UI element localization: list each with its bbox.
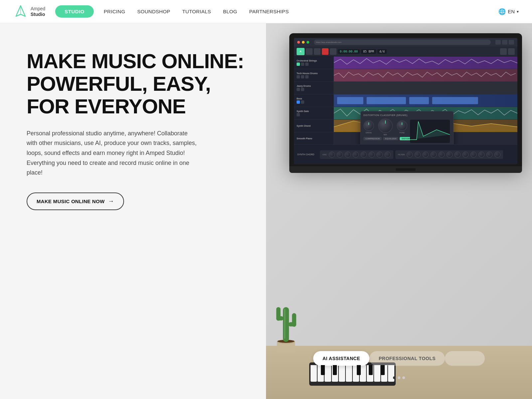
track-mute-5[interactable]: [297, 113, 300, 116]
toolbar-settings[interactable]: [500, 48, 507, 55]
svg-rect-12: [432, 97, 478, 104]
plugin-tab-2[interactable]: EQUALIZER: [383, 137, 398, 140]
laptop-notch: [396, 168, 416, 171]
nav-tutorials[interactable]: TUTORIALS: [182, 9, 211, 14]
daw-bpm-display: 85 BPM: [361, 49, 376, 54]
nav-pricing[interactable]: PRICING: [104, 9, 125, 14]
logo-amped-text: Amped: [31, 6, 45, 12]
logo-icon: [13, 4, 28, 19]
synth-knob-f6[interactable]: [447, 152, 453, 158]
track-mute-1[interactable]: [297, 63, 300, 66]
hero-title: MAKE MUSIC ONLINE: POWERFUL, EASY, FOR E…: [27, 50, 246, 118]
plugin-knob-1[interactable]: [363, 120, 374, 131]
synth-knob-f1[interactable]: [407, 152, 413, 158]
nav-soundshop[interactable]: SOUNDSHOP: [137, 9, 170, 14]
synth-knob-5[interactable]: [361, 152, 367, 158]
browser-ctrl-2[interactable]: [502, 40, 507, 45]
browser-bar: https://app.ampedstudio.com: [294, 38, 517, 47]
nav-blog[interactable]: BLOG: [223, 9, 237, 14]
dot-2[interactable]: [398, 376, 400, 379]
synth-knob-f4[interactable]: [431, 152, 437, 158]
synth-knob-8[interactable]: [385, 152, 391, 158]
track-label-1: Orchestral Strings: [294, 57, 333, 69]
plugin-tab-1[interactable]: COMPRESSOR: [363, 137, 382, 140]
track-mute-4[interactable]: [297, 100, 300, 104]
synth-knob-f5[interactable]: [439, 152, 445, 158]
toolbar-btn-stop[interactable]: [314, 48, 321, 55]
browser-min-dot[interactable]: [302, 41, 305, 44]
daw-timesig-display: 4/4: [377, 49, 387, 54]
track-solo-3[interactable]: [301, 88, 304, 91]
synth-name: SYNTH CHORD: [297, 153, 317, 156]
plugin-knob-2[interactable]: [397, 120, 407, 131]
synth-knob-3[interactable]: [345, 152, 351, 158]
browser-ctrl-1[interactable]: [495, 40, 501, 45]
track-solo-4[interactable]: [301, 100, 304, 104]
laptop-mockup: https://app.ampedstudio.com: [266, 33, 532, 399]
synth-knob-2[interactable]: [337, 152, 343, 158]
track-row-4[interactable]: [334, 94, 517, 107]
track-vol-1[interactable]: [305, 63, 309, 66]
hero-title-line3: FOR EVERYONE: [27, 95, 186, 118]
track-label-6: Synth Chord: [294, 120, 333, 132]
track-row-2[interactable]: [334, 69, 517, 82]
carousel-dots: [266, 376, 532, 379]
cta-button[interactable]: MAKE MUSIC ONLINE NOW →: [27, 193, 124, 210]
toolbar-btn-play[interactable]: [306, 48, 313, 55]
synth-knob-f9[interactable]: [470, 152, 476, 158]
track-vol-2[interactable]: [305, 75, 309, 78]
track-mute-3[interactable]: [297, 88, 300, 91]
dot-3[interactable]: [402, 376, 405, 379]
cta-arrow-icon: →: [108, 198, 114, 205]
synth-knob-f10[interactable]: [478, 152, 484, 158]
feature-pill-3[interactable]: [445, 351, 485, 366]
browser-close-dot[interactable]: [297, 41, 300, 44]
navbar: Amped Studio STUDIO PRICING SOUNDSHOP TU…: [0, 0, 532, 23]
language-selector[interactable]: 🌐 EN ▾: [498, 8, 519, 15]
nav-links: PRICING SOUNDSHOP TUTORIALS BLOG PARTNER…: [104, 9, 498, 14]
toolbar-btn-loop[interactable]: [330, 48, 336, 55]
browser-max-dot[interactable]: [307, 41, 309, 44]
plugin-controls: DRIVE MIX: [363, 118, 451, 136]
dot-1[interactable]: [393, 376, 396, 379]
browser-url-bar[interactable]: https://app.ampedstudio.com: [314, 40, 491, 45]
studio-button[interactable]: STUDIO: [55, 5, 94, 18]
track-solo-2[interactable]: [301, 75, 304, 78]
hero-title-line1: MAKE MUSIC ONLINE:: [27, 50, 244, 72]
synth-knob-f12[interactable]: [494, 152, 500, 158]
track-solo-1[interactable]: [301, 63, 304, 66]
laptop-body: https://app.ampedstudio.com: [289, 33, 522, 173]
browser-ctrl-3[interactable]: [509, 40, 514, 45]
synth-knob-6[interactable]: [369, 152, 375, 158]
track-row-3[interactable]: [334, 82, 517, 94]
toolbar-btn-record[interactable]: [322, 48, 329, 55]
synth-knob-f11[interactable]: [486, 152, 492, 158]
hero-section: MAKE MUSIC ONLINE: POWERFUL, EASY, FOR E…: [0, 23, 532, 399]
synth-knob-1[interactable]: [329, 152, 335, 158]
synth-knob-f7[interactable]: [455, 152, 461, 158]
chevron-down-icon: ▾: [517, 9, 519, 14]
track-row-1[interactable]: [334, 57, 517, 69]
synth-label-filter: FILTER: [398, 154, 405, 156]
logo[interactable]: Amped Studio: [13, 4, 45, 19]
synth-knob-7[interactable]: [377, 152, 383, 158]
nav-partnerships[interactable]: PARTNERSHIPS: [249, 9, 289, 14]
track-mute-2[interactable]: [297, 75, 300, 78]
plugin-knob-main[interactable]: [378, 118, 393, 133]
track-label-2: Tech House Drums: [294, 69, 333, 82]
synth-knob-f8[interactable]: [463, 152, 468, 158]
hero-right-panel: https://app.ampedstudio.com: [266, 23, 532, 399]
toolbar-share[interactable]: [508, 48, 515, 55]
feature-pill-tools[interactable]: PROFESSIONAL TOOLS: [369, 351, 445, 366]
synth-knob-4[interactable]: [353, 152, 359, 158]
synth-knob-f2[interactable]: [415, 152, 421, 158]
envelope-display: [410, 120, 450, 143]
laptop-screen: https://app.ampedstudio.com: [294, 38, 517, 164]
globe-icon: 🌐: [498, 8, 506, 15]
feature-pill-ai[interactable]: AI ASSISTANCE: [313, 351, 369, 366]
daw-toolbar: A 0:00:00.00 85 BPM 4/4: [294, 47, 517, 57]
track-label-3: Jazzy Drums: [294, 82, 333, 94]
synth-knob-f3[interactable]: [423, 152, 429, 158]
track-label-4: Bass: [294, 94, 333, 107]
cta-label: MAKE MUSIC ONLINE NOW: [37, 199, 105, 204]
